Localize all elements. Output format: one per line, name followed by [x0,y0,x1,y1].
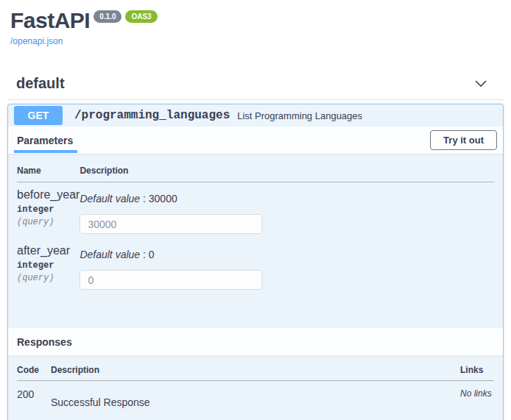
chevron-down-icon[interactable] [474,79,487,89]
responses-description-header: Description [51,365,460,381]
default-value: 0 [149,249,155,260]
parameters-name-header: Name [17,163,80,182]
operations-area: default GET /programming_languages List … [0,71,511,420]
default-value-label: Default value [80,193,140,204]
operation-summary-row[interactable]: GET /programming_languages List Programm… [8,104,503,127]
version-badge: 0.1.0 [94,10,121,23]
parameter-value-input[interactable] [80,270,262,290]
responses-table-container: Code Description Links 200 Successful Re… [8,355,503,420]
tag-title: default [16,75,65,92]
parameter-row: before_year integer (query) Default valu… [17,182,494,239]
response-description: Successful Response [51,381,460,409]
parameter-value-input[interactable] [80,214,262,234]
parameter-type: integer [17,260,80,271]
tab-parameters[interactable]: Parameters [17,127,73,154]
responses-code-header: Code [17,365,51,381]
response-links: No links [460,381,494,409]
parameters-table-container: Name Description before_year integer (qu… [8,154,503,328]
parameter-row: after_year integer (query) Default value… [17,238,494,294]
response-row: 200 Successful Response No links [17,381,494,409]
parameters-description-header: Description [80,163,494,182]
responses-links-header: Links [460,365,494,381]
tag-section-default[interactable]: default [7,71,504,100]
parameter-location: (query) [17,217,80,227]
parameters-section-header: Parameters Try it out [8,127,503,154]
http-method-badge: GET [14,106,63,125]
responses-title: Responses [17,336,72,348]
parameter-type: integer [17,204,80,215]
opblock-get-programming-languages: GET /programming_languages List Programm… [7,104,504,420]
oas-badge: OAS3 [125,10,157,23]
api-info-header: FastAPI 0.1.0 OAS3 /openapi.json [0,0,511,47]
parameter-location: (query) [17,273,80,283]
parameter-default-description: Default value : 30000 [80,193,494,204]
responses-section-header: Responses [8,328,503,355]
default-separator: : [140,193,149,204]
parameter-name: before_year [17,188,80,202]
openapi-spec-link[interactable]: /openapi.json [10,36,63,46]
default-value: 30000 [149,193,177,204]
api-title: FastAPI [10,9,90,32]
spacer [17,294,494,328]
parameter-default-description: Default value : 0 [80,249,494,260]
operation-path: /programming_languages [74,109,230,122]
parameter-name: after_year [17,244,80,257]
default-separator: : [140,249,149,260]
response-code: 200 [17,381,51,409]
operation-summary: List Programming Languages [237,110,362,121]
try-it-out-button[interactable]: Try it out [430,130,497,150]
default-value-label: Default value [80,249,140,260]
